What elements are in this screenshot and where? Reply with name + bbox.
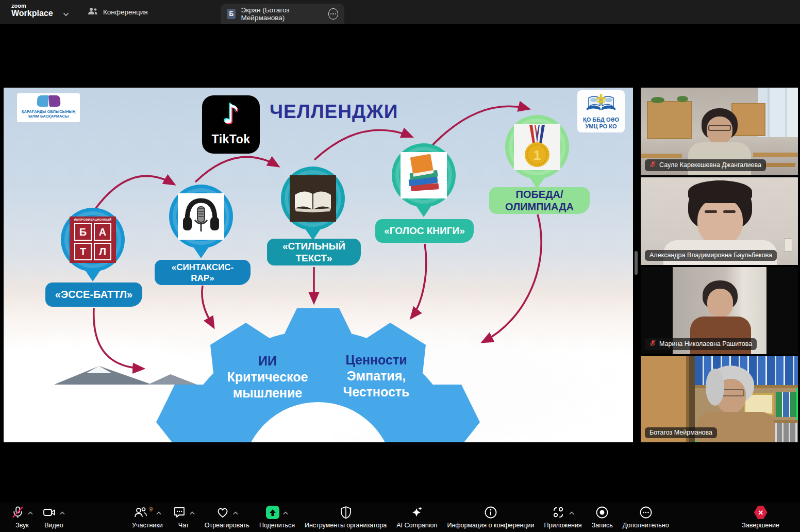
share-screen-icon <box>266 506 279 519</box>
school-desk <box>641 154 682 158</box>
panel-scrollbar-thumb[interactable] <box>635 251 638 275</box>
tab-conference-label: Конференция <box>103 8 148 16</box>
tab-conference[interactable]: Конференция <box>88 0 148 24</box>
participant-4-name: Ботагоз Мейрманова <box>649 429 712 436</box>
video-tile-participant-1[interactable]: Сауле Карекешевна Джангалиева <box>641 88 798 175</box>
umc-logo: ҚО ББД ОӘО УМЦ РО КО <box>577 90 625 132</box>
heart-icon <box>216 506 229 519</box>
audio-options-chevron[interactable] <box>28 509 33 517</box>
video-options-chevron[interactable] <box>60 509 65 517</box>
video-button[interactable]: Видео <box>40 504 68 530</box>
video-tile-participant-3[interactable]: Марина Николаевна Рашитова <box>641 267 798 354</box>
record-icon <box>595 506 609 519</box>
chat-icon <box>173 506 186 519</box>
screen-share-avatar-badge: Б <box>227 9 236 19</box>
open-book-photo <box>290 175 336 222</box>
video-tile-participant-4[interactable]: Ботагоз Мейрманова <box>641 356 798 442</box>
participant-2-name: Александра Владимировна Баульбекова <box>649 252 772 259</box>
badge-stylny-tekst: «СТИЛЬНЫЙТЕКСТ» <box>267 239 361 265</box>
books-stack-image <box>401 152 447 198</box>
bubble-sintaksis <box>169 185 233 248</box>
participants-icon <box>134 506 147 519</box>
umc-logo-line2: УМЦ РО КО <box>585 123 616 129</box>
record-button[interactable]: Запись <box>589 504 616 530</box>
school-desk <box>753 153 798 157</box>
meeting-toolbar: Звук Видео 9 Участники Чат <box>0 503 800 532</box>
mic-muted-icon <box>11 506 24 519</box>
svg-text:1: 1 <box>534 147 541 163</box>
brand-zoom: zoom <box>11 3 53 9</box>
participant-1-name-chip: Сауле Карекешевна Джангалиева <box>645 159 766 171</box>
batl-card: ИМПРОВИЗАЦИОННЫЙ Б А Т Л <box>70 217 116 263</box>
bubble-golos <box>392 143 456 207</box>
participant-4-name-chip: Ботагоз Мейрманова <box>645 427 717 438</box>
gold-medal-image: 1 <box>514 124 560 170</box>
gear-text-right: Ценности Эмпатия, Честность <box>319 352 434 400</box>
tab-screen-share[interactable]: Б Экран (Ботагоз Мейрманова) <box>221 4 344 24</box>
tiktok-logo: ♪♪♪ TikTok <box>202 95 260 154</box>
participant-2-name-chip: Александра Владимировна Баульбекова <box>645 250 777 261</box>
participant-1-name: Сауле Карекешевна Джангалиева <box>659 161 761 169</box>
umc-logo-line1: ҚО ББД ОӘО <box>583 117 619 123</box>
end-meeting-icon: ✕ <box>754 506 768 519</box>
chevron-down-icon[interactable] <box>63 9 69 19</box>
mic-muted-icon <box>649 340 656 348</box>
org-logo-line2: БІЛІМ БАСҚАРМАСЫ <box>28 114 69 119</box>
chat-button[interactable]: Чат <box>170 504 198 530</box>
ai-sparkle-icon <box>410 506 424 519</box>
audio-button[interactable]: Звук <box>8 504 36 530</box>
slide-title: ЧЕЛЛЕНДЖИ <box>270 101 398 123</box>
brand-workplace: Workplace <box>11 9 53 18</box>
zoom-workplace-window: zoom Workplace Конференция Б Экран (Бота… <box>0 0 800 532</box>
share-options-chevron[interactable] <box>283 509 288 517</box>
bubble-pobeda: 1 <box>505 115 569 179</box>
apps-button[interactable]: Приложения <box>541 504 585 530</box>
camera-icon <box>43 506 56 519</box>
info-icon <box>484 506 497 519</box>
ai-companion-button[interactable]: AI Companion <box>393 504 440 530</box>
apps-options-chevron[interactable] <box>569 509 574 517</box>
tab-screen-label: Экран (Ботагоз Мейрманова) <box>241 6 323 22</box>
bubble-batl: ИМПРОВИЗАЦИОННЫЙ Б А Т Л <box>61 208 125 272</box>
participants-video-panel: Сауле Карекешевна Джангалиева Александра… <box>641 88 798 442</box>
participants-options-chevron[interactable] <box>156 509 161 517</box>
participants-button[interactable]: 9 Участники <box>129 504 166 530</box>
bubble-stylny <box>281 167 345 230</box>
badge-pobeda-olimpiada: ПОБЕДА/ОЛИМПИАДА <box>489 187 590 214</box>
host-tools-button[interactable]: Инструменты организатора <box>302 504 390 530</box>
badge-golos-knigi: «ГОЛОС КНИГИ» <box>375 219 474 243</box>
participant-3-name-chip: Марина Николаевна Рашитова <box>645 338 757 350</box>
shared-screen-slide: ҚАРАҒАНДЫ ОБЛЫСЫНЫҢ БІЛІМ БАСҚАРМАСЫ ♪♪♪… <box>4 88 633 442</box>
plant <box>651 97 664 103</box>
react-options-chevron[interactable] <box>233 509 238 517</box>
open-book-icon <box>585 93 618 113</box>
wall-socket <box>784 238 792 252</box>
gear-text-left: ИИ Критическое мышление <box>209 353 326 401</box>
badge-sintaksis-rap: «СИНТАКСИС-RAP» <box>155 260 251 285</box>
badge-esse-battl: «ЭССЕ-БАТТЛ» <box>45 282 142 307</box>
video-tile-participant-2[interactable]: Александра Владимировна Баульбекова <box>641 177 798 265</box>
classroom-cabinet-left <box>647 101 692 139</box>
tiktok-note-icon: ♪♪♪ <box>202 95 260 132</box>
batl-header: ИМПРОВИЗАЦИОННЫЙ <box>70 218 116 221</box>
people-icon <box>88 7 98 17</box>
chat-options-chevron[interactable] <box>190 509 195 517</box>
binder-shelf-mid <box>776 392 796 417</box>
meeting-stage: ҚАРАҒАНДЫ ОБЛЫСЫНЫҢ БІЛІМ БАСҚАРМАСЫ ♪♪♪… <box>0 24 800 503</box>
more-ellipsis-icon <box>639 506 653 519</box>
participants-count-badge: 9 <box>149 506 153 513</box>
window-top-bar: zoom Workplace Конференция Б Экран (Бота… <box>0 0 800 24</box>
book-shape-blue <box>37 95 49 107</box>
meeting-info-button[interactable]: Информация о конференции <box>444 504 537 530</box>
more-button[interactable]: Дополнительно <box>620 504 672 530</box>
share-screen-button[interactable]: Поделиться <box>256 504 298 530</box>
react-button[interactable]: Отреагировать <box>202 504 253 530</box>
tab-options-ellipsis-icon[interactable] <box>328 8 338 20</box>
book-shape-purple <box>48 95 61 107</box>
participant-3-name: Марина Николаевна Рашитова <box>659 340 752 347</box>
apps-icon <box>552 506 565 519</box>
zoom-workplace-logo: zoom Workplace <box>11 3 53 18</box>
school-desk <box>764 163 795 167</box>
tiktok-wordmark: TikTok <box>202 132 260 146</box>
end-meeting-button[interactable]: ✕ Завершение <box>739 504 782 530</box>
